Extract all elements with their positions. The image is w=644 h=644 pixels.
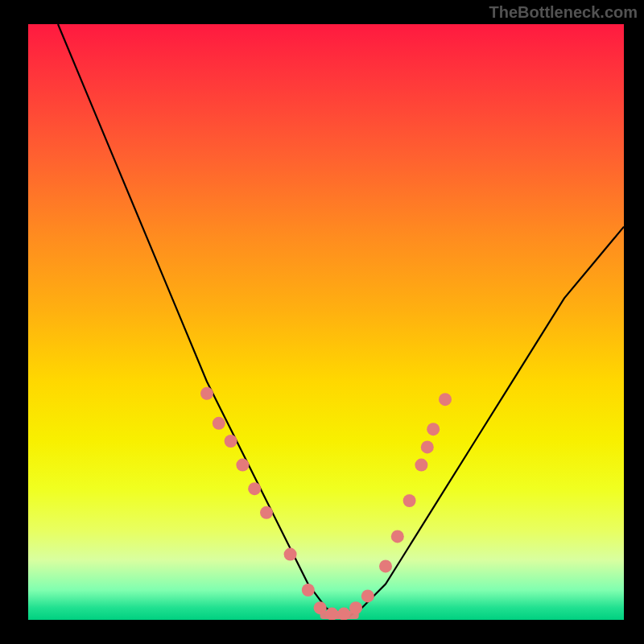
chart-container: TheBottleneck.com: [0, 0, 644, 644]
plot-gradient-background: [28, 24, 624, 620]
watermark-text: TheBottleneck.com: [489, 3, 638, 22]
